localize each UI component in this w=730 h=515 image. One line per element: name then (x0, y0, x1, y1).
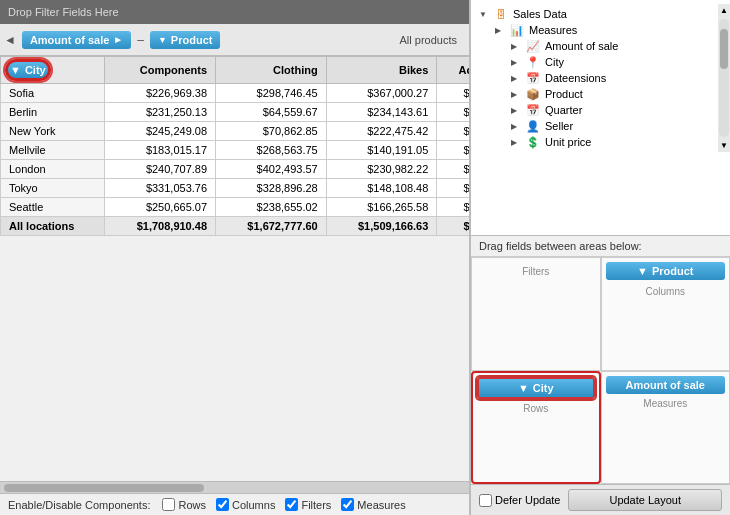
field-item-quarter[interactable]: ▶📅Quarter (475, 102, 714, 118)
scroll-up-button[interactable]: ▲ (718, 4, 730, 17)
bottom-bar: Enable/Disable Components: RowsColumnsFi… (0, 493, 469, 515)
checkbox-input-filters[interactable] (285, 498, 298, 511)
table-row: New York$245,249.08$70,862.85$222,475.42… (1, 122, 470, 141)
city-pill[interactable]: ▼ City (5, 59, 51, 81)
city-cell: London (1, 160, 105, 179)
checkbox-label-text: Measures (357, 499, 405, 511)
value-cell: $245,249.08 (105, 122, 216, 141)
field-label: Amount of sale (545, 40, 618, 52)
checkbox-input-measures[interactable] (341, 498, 354, 511)
total-city-cell: All locations (1, 217, 105, 236)
field-scrollbar[interactable]: ▲ ▼ (718, 4, 730, 152)
city-icon: 📍 (525, 56, 541, 68)
scroll-track (719, 19, 729, 137)
city-cell: Mellvile (1, 141, 105, 160)
checkbox-input-columns[interactable] (216, 498, 229, 511)
field-item-seller[interactable]: ▶👤Seller (475, 118, 714, 134)
checkbox-label-text: Columns (232, 499, 275, 511)
scroll-left-arrow[interactable]: ◄ (4, 33, 16, 47)
defer-update-checkbox[interactable] (479, 494, 492, 507)
filter-bar-label: Drop Filter Fields Here (8, 6, 119, 18)
value-cell: $298,746.45 (216, 84, 327, 103)
amount-measures-pill[interactable]: Amount of sale (606, 376, 726, 394)
value-cell: $234,143.61 (326, 103, 437, 122)
value-cell: $278, (437, 160, 469, 179)
table-container[interactable]: ▼ City Components Clothing Bikes Acces S… (0, 56, 469, 481)
value-cell: $230,982.22 (326, 160, 437, 179)
value-cell: $181, (437, 198, 469, 217)
field-item-city[interactable]: ▶📍City (475, 54, 714, 70)
enable-label: Enable/Disable Components: (8, 499, 150, 511)
checkbox-input-rows[interactable] (162, 498, 175, 511)
filter-bar: Drop Filter Fields Here (0, 0, 469, 24)
product-icon: 📦 (525, 88, 541, 100)
field-item-dateensions[interactable]: ▶📅Dateensions (475, 70, 714, 86)
product-pill[interactable]: ▼ Product (150, 31, 220, 49)
drag-zone-columns[interactable]: ▼ Product Columns (601, 257, 731, 371)
measures-label: Measures (643, 398, 687, 409)
checkbox-filters[interactable]: Filters (285, 498, 331, 511)
field-item-sales-data[interactable]: ▼ 🗄 Sales Data (475, 6, 714, 22)
total-value-cell: $1,672,777.60 (216, 217, 327, 236)
value-cell: $402,493.57 (216, 160, 327, 179)
field-label: Dateensions (545, 72, 606, 84)
field-tree: ▼ 🗄 Sales Data ▶📊Measures▶📈Amount of sal… (471, 4, 718, 152)
drag-zone-filters[interactable]: Filters (471, 257, 601, 371)
defer-checkbox-group[interactable]: Defer Update (479, 494, 560, 507)
table-row: Mellvile$183,015.17$268,563.75$140,191.0… (1, 141, 470, 160)
value-cell: $208, (437, 103, 469, 122)
separator: – (137, 33, 144, 47)
dateensions-icon: 📅 (525, 72, 541, 84)
city-cell: Berlin (1, 103, 105, 122)
value-cell: $198, (437, 84, 469, 103)
value-cell: $148,108.48 (326, 179, 437, 198)
checkbox-label-text: Rows (178, 499, 206, 511)
value-cell: $331,053.76 (105, 179, 216, 198)
all-products-label: All products (400, 34, 465, 46)
value-cell: $333, (437, 141, 469, 160)
checkbox-group: RowsColumnsFiltersMeasures (162, 498, 405, 511)
amount-of-sale-pill[interactable]: Amount of sale ► (22, 31, 131, 49)
product-column-pill[interactable]: ▼ Product (606, 262, 726, 280)
scroll-down-button[interactable]: ▼ (718, 139, 730, 152)
field-item-product[interactable]: ▶📦Product (475, 86, 714, 102)
value-cell: $166,265.58 (326, 198, 437, 217)
seller-icon: 👤 (525, 120, 541, 132)
drag-grid: Filters ▼ Product Columns ▼ City Rows Am… (471, 257, 730, 484)
table-row: Seattle$250,665.07$238,655.02$166,265.58… (1, 198, 470, 217)
value-cell: $226,969.38 (105, 84, 216, 103)
h-scrollbar[interactable] (0, 481, 469, 493)
h-scrollbar-thumb[interactable] (4, 484, 204, 492)
checkbox-measures[interactable]: Measures (341, 498, 405, 511)
table-row: Sofia$226,969.38$298,746.45$367,000.27$1… (1, 84, 470, 103)
table-row: Tokyo$331,053.76$328,896.28$148,108.48$1… (1, 179, 470, 198)
drag-zone-measures[interactable]: Amount of sale Measures (601, 371, 731, 485)
table-row: Berlin$231,250.13$64,559.67$234,143.61$2… (1, 103, 470, 122)
left-panel: Drop Filter Fields Here ◄ Amount of sale… (0, 0, 470, 515)
field-item-unit-price[interactable]: ▶💲Unit price (475, 134, 714, 150)
field-list-scroll: ▼ 🗄 Sales Data ▶📊Measures▶📈Amount of sal… (471, 4, 730, 152)
update-layout-button[interactable]: Update Layout (568, 489, 722, 511)
right-panel: ▼ 🗄 Sales Data ▶📊Measures▶📈Amount of sal… (470, 0, 730, 515)
table-wrapper: ▼ City Components Clothing Bikes Acces S… (0, 56, 469, 493)
col-header-acces: Acces (437, 57, 469, 84)
value-cell: $183,015.17 (105, 141, 216, 160)
city-rows-pill[interactable]: ▼ City (477, 377, 595, 399)
field-item-amount-of-sale[interactable]: ▶📈Amount of sale (475, 38, 714, 54)
value-cell: $240,707.89 (105, 160, 216, 179)
value-cell: $238,655.02 (216, 198, 327, 217)
value-cell: $70,862.85 (216, 122, 327, 141)
value-cell: $367,000.27 (326, 84, 437, 103)
field-item-measures[interactable]: ▶📊Measures (475, 22, 714, 38)
checkbox-rows[interactable]: Rows (162, 498, 206, 511)
col-header-components: Components (105, 57, 216, 84)
value-cell: $140,191.05 (326, 141, 437, 160)
col-header-bikes: Bikes (326, 57, 437, 84)
drag-zone-rows[interactable]: ▼ City Rows (471, 371, 601, 485)
value-cell: $193, (437, 179, 469, 198)
checkbox-columns[interactable]: Columns (216, 498, 275, 511)
total-value-cell: $1,509,166.63 (326, 217, 437, 236)
field-label: Product (545, 88, 583, 100)
defer-update-label: Defer Update (495, 494, 560, 506)
columns-label: Columns (646, 286, 685, 297)
